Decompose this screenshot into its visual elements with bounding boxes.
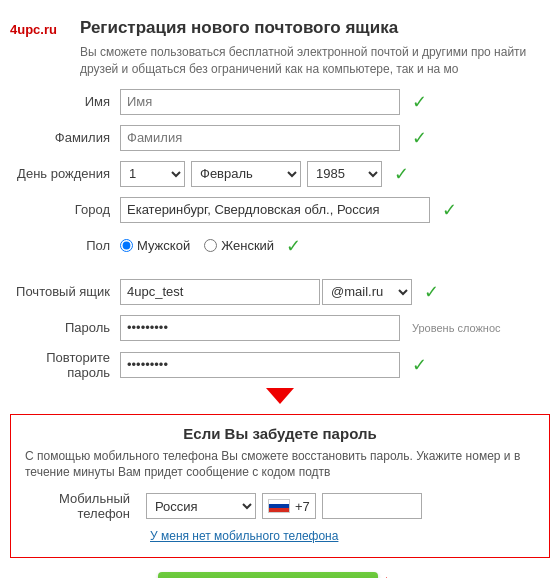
form-section: Имя ✓ Фамилия ✓ День рождения 12345 6789…: [0, 88, 560, 380]
no-phone-link[interactable]: У меня нет мобильного телефона: [150, 529, 535, 543]
surname-checkmark: ✓: [412, 127, 427, 149]
city-row: Город ✓: [10, 196, 550, 224]
birthday-year-select[interactable]: 198519861987 198819891990: [307, 161, 382, 187]
header-content: Регистрация нового почтового ящика Вы см…: [80, 18, 550, 78]
gender-female-label[interactable]: Женский: [204, 238, 274, 253]
name-control: ✓: [120, 89, 550, 115]
gender-row: Пол Мужской Женский ✓: [10, 232, 550, 260]
city-checkmark: ✓: [442, 199, 457, 221]
surname-label: Фамилия: [10, 130, 120, 145]
recovery-box: Если Вы забудете пароль С помощью мобиль…: [10, 414, 550, 559]
gender-checkmark: ✓: [286, 235, 301, 257]
russia-flag-icon: [268, 499, 290, 513]
password-strength: Уровень сложнос: [412, 322, 501, 334]
birthday-day-select[interactable]: 12345 678910 1112131415 1617181920 21222…: [120, 161, 185, 187]
city-input[interactable]: [120, 197, 430, 223]
password-row: Пароль Уровень сложнос: [10, 314, 550, 342]
city-label: Город: [10, 202, 120, 217]
submit-section: Зарегистрироваться: [0, 572, 560, 578]
header-section: 4upc.ru Регистрация нового почтового ящи…: [0, 10, 560, 88]
arrow-down-icon: [266, 388, 294, 404]
password-label: Пароль: [10, 320, 120, 335]
confirm-row: Повторите пароль ✓: [10, 350, 550, 380]
surname-input[interactable]: [120, 125, 400, 151]
email-label: Почтовый ящик: [10, 284, 120, 299]
gender-label: Пол: [10, 238, 120, 253]
surname-row: Фамилия ✓: [10, 124, 550, 152]
phone-input[interactable]: [322, 493, 422, 519]
logo-link[interactable]: 4upc.ru: [10, 22, 57, 37]
gender-female-radio[interactable]: [204, 239, 217, 252]
page-title: Регистрация нового почтового ящика: [80, 18, 550, 38]
phone-row: Мобильный телефон Россия США Германия +7: [25, 491, 535, 521]
email-checkmark: ✓: [424, 281, 439, 303]
register-button[interactable]: Зарегистрироваться: [158, 572, 378, 578]
recovery-title: Если Вы забудете пароль: [25, 425, 535, 442]
gender-control: Мужской Женский ✓: [120, 235, 550, 257]
birthday-checkmark: ✓: [394, 163, 409, 185]
gender-female-text: Женский: [221, 238, 274, 253]
surname-control: ✓: [120, 125, 550, 151]
confirm-input[interactable]: [120, 352, 400, 378]
logo-area: 4upc.ru: [10, 18, 80, 37]
confirm-label: Повторите пароль: [10, 350, 120, 380]
gender-male-label[interactable]: Мужской: [120, 238, 190, 253]
password-input[interactable]: [120, 315, 400, 341]
confirm-checkmark: ✓: [412, 354, 427, 376]
city-control: ✓: [120, 197, 550, 223]
password-control: Уровень сложнос: [120, 315, 550, 341]
email-domain-select[interactable]: @mail.ru @inbox.ru @bk.ru @list.ru: [322, 279, 412, 305]
name-checkmark: ✓: [412, 91, 427, 113]
birthday-control: 12345 678910 1112131415 1617181920 21222…: [120, 161, 550, 187]
birthday-month-select[interactable]: ЯнварьФевральМарт АпрельМайИюньИюль Авгу…: [191, 161, 301, 187]
email-control: @mail.ru @inbox.ru @bk.ru @list.ru ✓: [120, 279, 550, 305]
gender-male-radio[interactable]: [120, 239, 133, 252]
recovery-description: С помощью мобильного телефона Вы сможете…: [25, 448, 535, 482]
birthday-label: День рождения: [10, 166, 120, 181]
email-domain-group: @mail.ru @inbox.ru @bk.ru @list.ru: [120, 279, 412, 305]
phone-label: Мобильный телефон: [25, 491, 140, 521]
name-label: Имя: [10, 94, 120, 109]
name-input[interactable]: [120, 89, 400, 115]
arrow-down-container: [0, 388, 560, 404]
page-description: Вы сможете пользоваться бесплатной элект…: [80, 44, 550, 78]
email-input[interactable]: [120, 279, 320, 305]
country-select[interactable]: Россия США Германия: [146, 493, 256, 519]
gender-radio-group: Мужской Женский: [120, 238, 274, 253]
page-wrapper: 4upc.ru Регистрация нового почтового ящи…: [0, 0, 560, 578]
name-row: Имя ✓: [10, 88, 550, 116]
phone-prefix: +7: [295, 499, 310, 514]
birthday-row: День рождения 12345 678910 1112131415 16…: [10, 160, 550, 188]
confirm-control: ✓: [120, 352, 550, 378]
email-row: Почтовый ящик @mail.ru @inbox.ru @bk.ru …: [10, 278, 550, 306]
flag-box: +7: [262, 493, 316, 519]
gender-male-text: Мужской: [137, 238, 190, 253]
